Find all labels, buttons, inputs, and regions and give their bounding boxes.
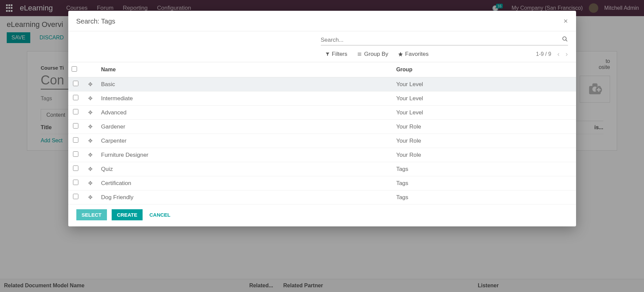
row-checkbox[interactable] [73,109,78,114]
cell-group: Your Level [393,77,576,92]
row-checkbox[interactable] [73,123,78,129]
favorites-menu[interactable]: Favorites [398,51,429,58]
modal-title: Search: Tags [76,17,115,25]
cell-name: Advanced [98,106,393,120]
create-button[interactable]: CREATE [112,209,143,220]
table-row[interactable]: ✥CarpenterYour Role [68,134,576,148]
cell-name: Furniture Designer [98,148,393,162]
svg-point-1 [563,37,566,40]
row-checkbox[interactable] [73,95,78,100]
cell-group: Your Level [393,92,576,106]
svg-rect-4 [358,54,362,54]
select-button[interactable]: SELECT [76,209,107,220]
cell-name: Intermediate [98,92,393,106]
filters-menu[interactable]: Filters [325,51,347,58]
drag-handle-icon[interactable]: ✥ [88,152,92,158]
groupby-menu[interactable]: Group By [357,51,388,58]
drag-handle-icon[interactable]: ✥ [88,110,92,115]
search-box[interactable] [321,35,568,45]
star-icon [398,51,403,57]
table-row[interactable]: ✥GardenerYour Role [68,120,576,134]
row-checkbox[interactable] [73,81,78,86]
drag-handle-icon[interactable]: ✥ [88,81,92,87]
select-all-checkbox[interactable] [72,66,77,72]
cell-group: Tags [393,190,576,205]
drag-handle-icon[interactable]: ✥ [88,166,92,172]
table-row[interactable]: ✥Furniture DesignerYour Role [68,148,576,162]
table-row[interactable]: ✥BasicYour Level [68,77,576,92]
table-row[interactable]: ✥CertificationTags [68,176,576,190]
cell-name: Gardener [98,120,393,134]
close-icon[interactable]: × [564,17,568,26]
drag-handle-icon[interactable]: ✥ [88,194,92,200]
cell-name: Certification [98,176,393,190]
row-checkbox[interactable] [73,166,78,171]
pager-text[interactable]: 1-9 / 9 [536,51,551,57]
pager-prev-icon[interactable]: ‹ [557,50,560,58]
list-icon [357,52,362,57]
cell-name: Dog Friendly [98,190,393,205]
search-tags-dialog: Search: Tags × Filters Group By [68,11,576,226]
drag-handle-icon[interactable]: ✥ [88,138,92,144]
tags-table: Name Group ✥BasicYour Level✥Intermediate… [68,62,576,205]
svg-rect-3 [358,52,362,53]
cancel-button[interactable]: CANCEL [147,209,173,220]
table-row[interactable]: ✥Dog FriendlyTags [68,190,576,205]
cell-name: Basic [98,77,393,92]
svg-rect-5 [358,55,362,55]
row-checkbox[interactable] [73,151,78,157]
table-row[interactable]: ✥AdvancedYour Level [68,106,576,120]
drag-handle-icon[interactable]: ✥ [88,96,92,101]
svg-line-2 [566,40,567,41]
cell-group: Your Role [393,148,576,162]
cell-group: Your Level [393,106,576,120]
cell-name: Quiz [98,162,393,176]
pager-next-icon[interactable]: › [566,50,568,58]
table-row[interactable]: ✥QuizTags [68,162,576,176]
row-checkbox[interactable] [73,137,78,143]
table-row[interactable]: ✥IntermediateYour Level [68,92,576,106]
filter-icon [325,52,330,57]
cell-group: Your Role [393,120,576,134]
drag-handle-icon[interactable]: ✥ [88,124,92,130]
cell-name: Carpenter [98,134,393,148]
cell-group: Tags [393,162,576,176]
cell-group: Tags [393,176,576,190]
drag-handle-icon[interactable]: ✥ [88,180,92,186]
cell-group: Your Role [393,134,576,148]
row-checkbox[interactable] [73,180,78,185]
col-name[interactable]: Name [98,62,393,77]
search-input[interactable] [321,37,562,43]
row-checkbox[interactable] [73,194,78,199]
col-group[interactable]: Group [393,62,576,77]
search-icon[interactable] [562,36,568,44]
